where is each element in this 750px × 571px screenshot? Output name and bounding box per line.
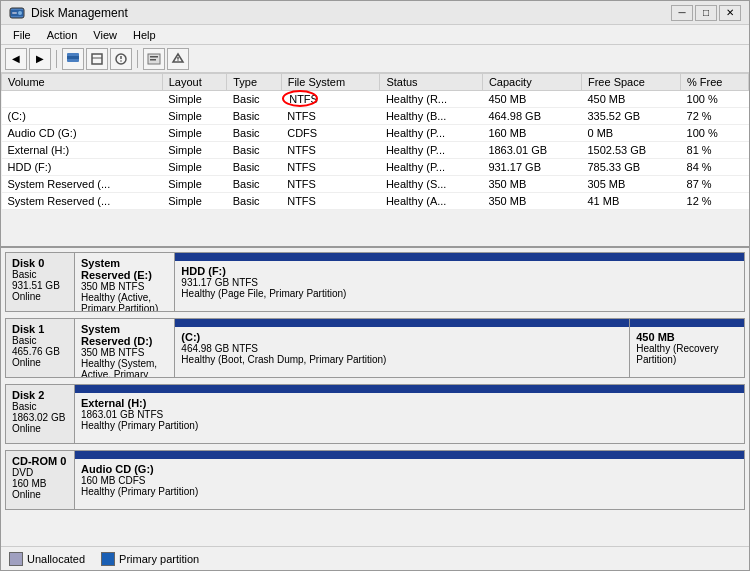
svg-rect-3 [12,12,17,14]
disk-partitions: System Reserved (E:)350 MB NTFSHealthy (… [75,252,745,312]
disk-map-section: Disk 0Basic931.51 GBOnlineSystem Reserve… [1,248,749,546]
toolbar-btn-3[interactable] [62,48,84,70]
partition-status: Healthy (System, Active, Primary Part [81,358,168,377]
partition-header-bar [75,451,744,459]
legend: Unallocated Primary partition [1,546,749,570]
table-row[interactable]: (C:)SimpleBasicNTFSHealthy (B...464.98 G… [2,108,749,125]
disk-label: CD-ROM 0DVD160 MBOnline [5,450,75,510]
partition-status: Healthy (Primary Partition) [81,486,738,497]
legend-unallocated: Unallocated [9,552,85,566]
col-volume[interactable]: Volume [2,74,163,91]
partition-name: Audio CD (G:) [81,463,738,475]
menu-file[interactable]: File [5,27,39,43]
table-row[interactable]: SimpleBasicNTFSHealthy (R...450 MB450 MB… [2,91,749,108]
partition-name: HDD (F:) [181,265,738,277]
menu-help[interactable]: Help [125,27,164,43]
legend-primary-label: Primary partition [119,553,199,565]
menu-bar: File Action View Help [1,25,749,45]
table-header-row: Volume Layout Type File System Status Ca… [2,74,749,91]
legend-primary: Primary partition [101,552,199,566]
disk-table-section[interactable]: Volume Layout Type File System Status Ca… [1,73,749,248]
partition[interactable]: HDD (F:)931.17 GB NTFSHealthy (Page File… [175,253,744,311]
toolbar-btn-5[interactable] [110,48,132,70]
partition-status: Healthy (Page File, Primary Partition) [181,288,738,299]
svg-point-2 [18,11,22,15]
partition[interactable]: External (H:)1863.01 GB NTFSHealthy (Pri… [75,385,744,443]
table-row[interactable]: System Reserved (...SimpleBasicNTFSHealt… [2,176,749,193]
partition-details: 350 MB NTFS [81,281,168,292]
disk-icon [9,5,25,21]
toolbar-separator-2 [137,50,138,68]
table-row[interactable]: External (H:)SimpleBasicNTFSHealthy (P..… [2,142,749,159]
partition[interactable]: 450 MBHealthy (Recovery Partition) [630,319,744,377]
partition-header-bar [75,385,744,393]
main-content: Volume Layout Type File System Status Ca… [1,73,749,546]
disk-partitions: External (H:)1863.01 GB NTFSHealthy (Pri… [75,384,745,444]
title-bar-left: Disk Management [9,5,128,21]
partition-details: 931.17 GB NTFS [181,277,738,288]
partition[interactable]: System Reserved (D:)350 MB NTFSHealthy (… [75,319,175,377]
disk-row: Disk 0Basic931.51 GBOnlineSystem Reserve… [5,252,745,312]
svg-point-15 [177,59,179,61]
partition[interactable]: Audio CD (G:)160 MB CDFSHealthy (Primary… [75,451,744,509]
col-type[interactable]: Type [227,74,282,91]
title-bar: Disk Management ─ □ ✕ [1,1,749,25]
col-capacity[interactable]: Capacity [482,74,581,91]
disk-row: CD-ROM 0DVD160 MBOnlineAudio CD (G:)160 … [5,450,745,510]
disk-partitions: Audio CD (G:)160 MB CDFSHealthy (Primary… [75,450,745,510]
col-filesystem[interactable]: File System [281,74,380,91]
partition[interactable]: System Reserved (E:)350 MB NTFSHealthy (… [75,253,175,311]
partition-status: Healthy (Active, Primary Partition) [81,292,168,311]
partition-details: 464.98 GB NTFS [181,343,623,354]
partition-name: External (H:) [81,397,738,409]
legend-unallocated-label: Unallocated [27,553,85,565]
toolbar-btn-4[interactable] [86,48,108,70]
partition-name: (C:) [181,331,623,343]
disk-row: Disk 1Basic465.76 GBOnlineSystem Reserve… [5,318,745,378]
svg-rect-5 [67,56,79,59]
disk-label: Disk 1Basic465.76 GBOnline [5,318,75,378]
table-row[interactable]: HDD (F:)SimpleBasicNTFSHealthy (P...931.… [2,159,749,176]
disk-management-window: Disk Management ─ □ ✕ File Action View H… [0,0,750,571]
legend-unallocated-box [9,552,23,566]
toolbar-btn-1[interactable]: ◀ [5,48,27,70]
disk-table: Volume Layout Type File System Status Ca… [1,73,749,210]
svg-rect-12 [150,56,158,58]
minimize-button[interactable]: ─ [671,5,693,21]
partition[interactable]: (C:)464.98 GB NTFSHealthy (Boot, Crash D… [175,319,630,377]
partition-header-bar [630,319,744,327]
col-status[interactable]: Status [380,74,482,91]
menu-view[interactable]: View [85,27,125,43]
maximize-button[interactable]: □ [695,5,717,21]
toolbar-btn-6[interactable] [143,48,165,70]
svg-rect-6 [92,54,102,64]
partition-details: 160 MB CDFS [81,475,738,486]
partition-details: 350 MB NTFS [81,347,168,358]
toolbar-separator-1 [56,50,57,68]
partition-name: System Reserved (D:) [81,323,168,347]
partition-status: Healthy (Boot, Crash Dump, Primary Parti… [181,354,623,365]
disk-label: Disk 2Basic1863.02 GBOnline [5,384,75,444]
col-freespace[interactable]: Free Space [581,74,680,91]
partition-header-bar [175,319,629,327]
toolbar: ◀ ▶ [1,45,749,73]
table-row[interactable]: Audio CD (G:)SimpleBasicCDFSHealthy (P..… [2,125,749,142]
col-layout[interactable]: Layout [162,74,226,91]
col-pctfree[interactable]: % Free [681,74,749,91]
toolbar-btn-7[interactable] [167,48,189,70]
close-button[interactable]: ✕ [719,5,741,21]
title-bar-buttons: ─ □ ✕ [671,5,741,21]
partition-status: Healthy (Recovery Partition) [636,343,738,365]
partition-status: Healthy (Primary Partition) [81,420,738,431]
svg-point-10 [120,60,122,62]
partition-details: 1863.01 GB NTFS [81,409,738,420]
menu-action[interactable]: Action [39,27,86,43]
svg-rect-13 [150,59,156,61]
partition-name: System Reserved (E:) [81,257,168,281]
table-row[interactable]: System Reserved (...SimpleBasicNTFSHealt… [2,193,749,210]
partition-header-bar [175,253,744,261]
disk-label: Disk 0Basic931.51 GBOnline [5,252,75,312]
window-title: Disk Management [31,6,128,20]
disk-partitions: System Reserved (D:)350 MB NTFSHealthy (… [75,318,745,378]
toolbar-btn-2[interactable]: ▶ [29,48,51,70]
